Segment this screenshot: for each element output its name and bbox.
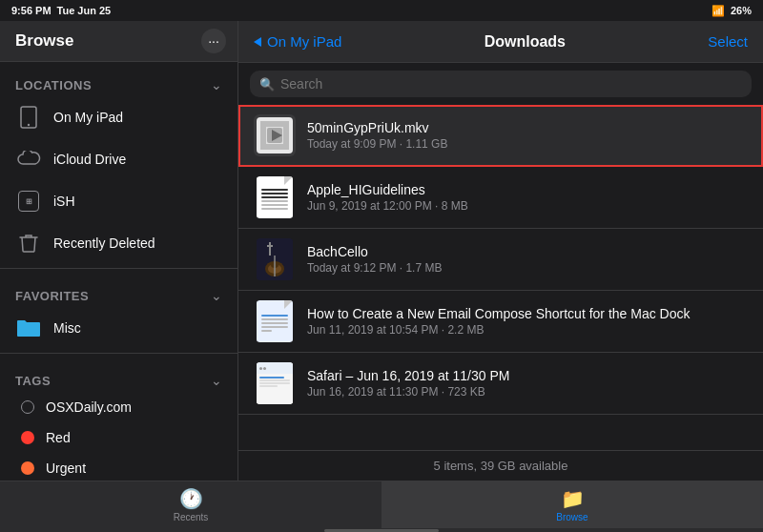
- select-button[interactable]: Select: [708, 33, 748, 50]
- doc-line-4: [261, 200, 288, 202]
- file-item-2[interactable]: Apple_HIGuidelines Jun 9, 2019 at 12:00 …: [238, 167, 763, 229]
- sidebar-item-red[interactable]: Red: [0, 422, 237, 453]
- safari-dot-1: [259, 367, 262, 370]
- safari-body: [257, 374, 293, 404]
- file-item-4[interactable]: How to Create a New Email Compose Shortc…: [238, 291, 763, 353]
- svg-rect-10: [267, 245, 273, 247]
- browse-icon: 📁: [561, 487, 585, 510]
- recents-icon: 🕐: [179, 487, 203, 510]
- divider-locations: [0, 268, 237, 269]
- favorites-title: Favorites: [15, 289, 89, 303]
- locations-title: Locations: [15, 78, 92, 92]
- doc-corner: [284, 176, 293, 185]
- file-thumb-5: [254, 362, 296, 404]
- search-bar: 🔍: [238, 63, 763, 105]
- file-list: 50minGypPriUk.mkv Today at 9:09 PM · 1.1…: [238, 105, 763, 450]
- doc-line-6: [261, 208, 288, 210]
- search-input[interactable]: [280, 76, 742, 92]
- file-item-5[interactable]: Safari – Jun 16, 2019 at 11/30 PM Jun 16…: [238, 353, 763, 415]
- nav-bar: On My iPad Downloads Select: [238, 21, 763, 63]
- favorites-chevron: ⌄: [211, 288, 222, 303]
- file-item-1[interactable]: 50minGypPriUk.mkv Today at 9:09 PM · 1.1…: [238, 105, 763, 167]
- mkv-icon: [257, 117, 293, 153]
- osxdaily-label: OSXDaily.com: [46, 399, 132, 415]
- file-item-3[interactable]: BachCello Today at 9:12 PM · 1.7 MB: [238, 229, 763, 291]
- safari-line-1: [259, 377, 284, 379]
- file-thumb-4: [254, 300, 296, 342]
- tags-chevron: ⌄: [211, 373, 222, 388]
- file-meta-1: Today at 9:09 PM · 1.11 GB: [307, 137, 748, 151]
- svg-rect-9: [269, 242, 271, 256]
- doc-line-2: [261, 193, 288, 194]
- back-chevron-icon: [254, 37, 261, 47]
- recently-deleted-label: Recently Deleted: [53, 235, 155, 251]
- file-info-2: Apple_HIGuidelines Jun 9, 2019 at 12:00 …: [307, 182, 748, 213]
- tab-recents[interactable]: 🕐 Recents: [0, 481, 382, 528]
- app-container: Browse ··· Locations ⌄ On My iPad: [0, 21, 763, 532]
- back-label: On My iPad: [267, 33, 341, 50]
- nav-title: Downloads: [485, 33, 566, 51]
- safari-line-4: [259, 385, 278, 387]
- status-bar: 9:56 PM Tue Jun 25 📶 26%: [0, 0, 763, 21]
- status-left: 9:56 PM Tue Jun 25: [11, 5, 111, 16]
- footer-status: 5 items, 39 GB available: [238, 450, 763, 481]
- sidebar-item-urgent[interactable]: Urgent: [0, 453, 237, 481]
- cello-thumb: [257, 238, 293, 280]
- ish-label: iSH: [53, 194, 75, 209]
- file-info-4: How to Create a New Email Compose Shortc…: [307, 306, 748, 337]
- sidebar-item-recently-deleted[interactable]: Recently Deleted: [0, 222, 237, 264]
- safari-dot-2: [263, 367, 266, 370]
- file-thumb-1: [254, 114, 296, 156]
- tags-title: Tags: [15, 374, 51, 388]
- tags-header: Tags ⌄: [0, 358, 237, 392]
- browse-label: Browse: [556, 512, 588, 522]
- home-bar: [324, 529, 439, 532]
- ish-icon: ⊞: [15, 188, 42, 215]
- file-meta-4: Jun 11, 2019 at 10:54 PM · 2.2 MB: [307, 323, 748, 337]
- locations-chevron: ⌄: [211, 77, 222, 92]
- osxdaily-dot: [21, 400, 34, 414]
- safari-line-2: [259, 379, 290, 381]
- home-indicator: [0, 528, 763, 532]
- file-meta-2: Jun 9, 2019 at 12:00 PM · 8 MB: [307, 199, 748, 213]
- svg-rect-6: [283, 121, 289, 150]
- sidebar: Browse ··· Locations ⌄ On My iPad: [0, 21, 238, 481]
- browse-title: Browse: [15, 31, 73, 51]
- svg-point-1: [28, 124, 30, 126]
- browse-header: Browse ···: [0, 21, 237, 62]
- sidebar-item-osxdaily[interactable]: OSXDaily.com: [0, 392, 237, 422]
- file-name-3: BachCello: [307, 244, 748, 259]
- tab-browse[interactable]: 📁 Browse: [382, 481, 763, 528]
- trash-icon: [15, 230, 42, 256]
- status-time: 9:56 PM: [11, 5, 52, 16]
- red-dot: [21, 431, 34, 444]
- file-name-2: Apple_HIGuidelines: [307, 182, 748, 197]
- sidebar-item-misc[interactable]: Misc: [0, 307, 237, 349]
- file-thumb-3: [254, 238, 296, 280]
- browse-ellipsis-button[interactable]: ···: [201, 29, 226, 53]
- sidebar-item-ish[interactable]: ⊞ iSH: [0, 180, 237, 222]
- status-day: Tue Jun 25: [57, 5, 112, 16]
- email-thumb: [257, 300, 293, 342]
- doc-line-3: [261, 196, 288, 198]
- safari-line-3: [259, 382, 290, 384]
- tab-bar: 🕐 Recents 📁 Browse: [0, 481, 763, 528]
- doc-content: [257, 181, 293, 214]
- battery-text: 26%: [731, 5, 752, 16]
- footer-text: 5 items, 39 GB available: [434, 459, 568, 473]
- red-label: Red: [46, 430, 71, 445]
- urgent-dot: [21, 461, 34, 475]
- hig-thumb: [257, 176, 293, 218]
- file-name-1: 50minGypPriUk.mkv: [307, 120, 748, 135]
- email-line-5: [261, 330, 272, 332]
- file-info-5: Safari – Jun 16, 2019 at 11/30 PM Jun 16…: [307, 368, 748, 399]
- wifi-icon: 📶: [711, 5, 725, 17]
- doc-line-1: [261, 189, 288, 191]
- back-button[interactable]: On My iPad: [254, 33, 341, 50]
- sidebar-item-icloud-drive[interactable]: iCloud Drive: [0, 138, 237, 180]
- doc-corner-2: [284, 300, 293, 309]
- file-thumb-2: [254, 176, 296, 218]
- sidebar-item-on-my-ipad[interactable]: On My iPad: [0, 96, 237, 138]
- icloud-icon: [15, 146, 42, 173]
- safari-thumb: [257, 362, 293, 404]
